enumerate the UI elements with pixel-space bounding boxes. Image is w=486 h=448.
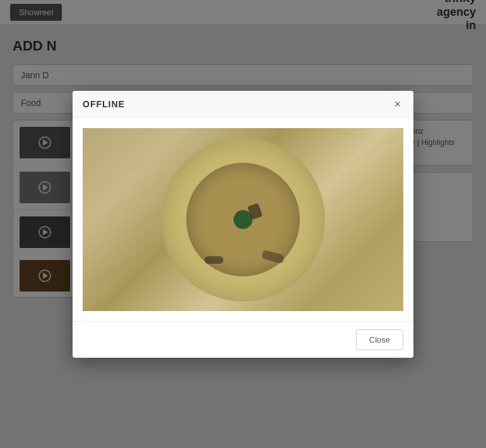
modal-close-x-button[interactable]: × <box>391 98 403 110</box>
modal-footer: Close <box>73 321 413 358</box>
modal-header: OFFLINE × <box>73 91 413 118</box>
modal-body <box>73 118 413 321</box>
modal-title: OFFLINE <box>83 99 125 109</box>
modal-close-button[interactable]: Close <box>356 329 403 350</box>
skate-background <box>83 128 403 311</box>
bowl-outer <box>161 138 325 302</box>
skate-visual <box>83 128 403 311</box>
modal-video <box>83 128 403 311</box>
modal-overlay: OFFLINE × <box>0 0 486 448</box>
offline-modal: OFFLINE × <box>73 91 413 358</box>
